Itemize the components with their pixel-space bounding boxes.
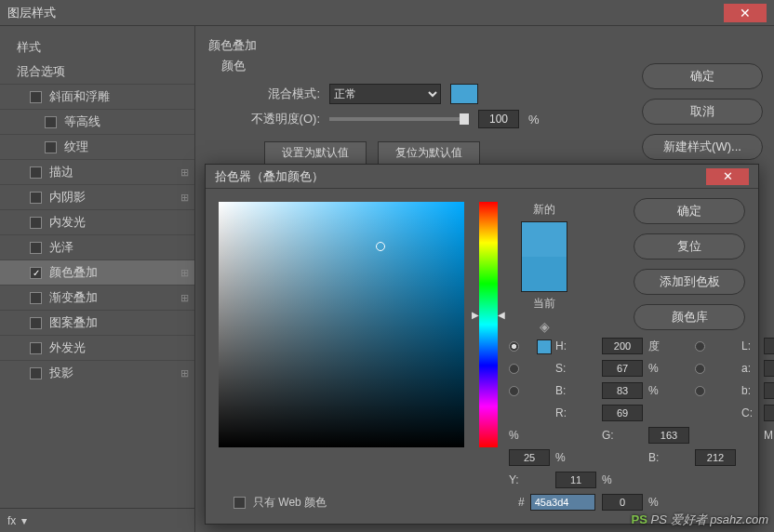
style-checkbox[interactable]	[30, 91, 42, 103]
c-input[interactable]	[764, 405, 774, 421]
style-item-光泽[interactable]: 光泽	[0, 234, 194, 259]
style-label: 斜面和浮雕	[49, 88, 110, 105]
a-radio[interactable]	[695, 364, 705, 374]
fx-bar: fx ▾	[0, 508, 195, 532]
chevron-down-icon[interactable]: ▾	[21, 514, 27, 527]
grip-icon[interactable]: ⊞	[180, 192, 189, 204]
l-input[interactable]	[764, 338, 774, 354]
style-checkbox[interactable]	[30, 217, 42, 229]
a-input[interactable]	[764, 360, 774, 377]
blend-mode-select[interactable]: 正常	[329, 84, 441, 104]
l-radio[interactable]	[695, 341, 705, 352]
hue-slider[interactable]: ▶◀	[479, 202, 498, 447]
hex-input[interactable]	[530, 494, 595, 511]
opacity-input[interactable]	[478, 110, 519, 128]
cube-icon[interactable]: ◈	[540, 319, 550, 334]
grip-icon[interactable]: ⊞	[180, 267, 189, 279]
style-label: 外发光	[49, 339, 86, 356]
k-input[interactable]	[602, 494, 643, 511]
blend-options[interactable]: 混合选项	[0, 60, 194, 84]
h-label: H:	[555, 339, 572, 352]
ok-button[interactable]: 确定	[642, 63, 763, 89]
new-style-button[interactable]: 新建样式(W)...	[642, 134, 763, 160]
web-only-checkbox[interactable]	[234, 497, 246, 509]
color-values-grid: H:度 L: S:% a: B:% b: R: C:% G: M:% B: Y:…	[509, 338, 774, 511]
style-checkbox[interactable]	[30, 192, 42, 204]
cancel-button[interactable]: 取消	[642, 99, 763, 125]
m-input[interactable]	[509, 449, 550, 466]
blue-input[interactable]	[695, 449, 736, 466]
grip-icon[interactable]: ⊞	[180, 166, 189, 179]
style-item-纹理[interactable]: 纹理	[0, 134, 194, 159]
style-checkbox[interactable]	[30, 292, 42, 304]
bb-radio[interactable]	[695, 386, 705, 396]
style-item-投影[interactable]: 投影⊞	[0, 360, 194, 385]
picker-reset-button[interactable]: 复位	[634, 233, 745, 259]
hex-row: #	[518, 494, 595, 511]
set-default-button[interactable]: 设置为默认值	[264, 141, 367, 165]
style-item-颜色叠加[interactable]: 颜色叠加⊞	[0, 259, 194, 285]
b-radio[interactable]	[509, 386, 519, 396]
dialog-title: 图层样式	[7, 5, 56, 21]
style-item-渐变叠加[interactable]: 渐变叠加⊞	[0, 285, 194, 310]
opacity-unit: %	[528, 113, 540, 126]
hue-thumb[interactable]: ▶◀	[472, 310, 505, 320]
bb-input[interactable]	[764, 382, 774, 399]
style-checkbox[interactable]	[30, 267, 42, 279]
saturation-value-field[interactable]	[219, 202, 464, 447]
overlay-color-swatch[interactable]	[450, 84, 478, 104]
style-item-图案叠加[interactable]: 图案叠加	[0, 310, 194, 335]
s-input[interactable]	[602, 360, 643, 377]
style-item-内阴影[interactable]: 内阴影⊞	[0, 184, 194, 209]
h-input[interactable]	[602, 338, 643, 354]
y-input[interactable]	[555, 472, 596, 488]
current-color-swatch[interactable]	[522, 257, 567, 291]
slider-thumb[interactable]	[460, 113, 469, 125]
watermark: PS PS 爱好者 psahz.com	[632, 512, 768, 528]
picker-title: 拾色器（叠加颜色）	[215, 168, 324, 185]
style-label: 图案叠加	[49, 314, 98, 331]
picker-buttons: 确定 复位 添加到色板 颜色库	[634, 198, 745, 330]
style-item-描边[interactable]: 描边⊞	[0, 159, 194, 184]
picker-ok-button[interactable]: 确定	[634, 198, 745, 224]
new-label: 新的	[533, 202, 555, 218]
style-checkbox[interactable]	[30, 342, 42, 354]
style-checkbox[interactable]	[30, 166, 42, 179]
color-lib-button[interactable]: 颜色库	[634, 304, 745, 330]
s-radio[interactable]	[509, 364, 519, 374]
g-input[interactable]	[648, 427, 689, 444]
style-label: 等高线	[64, 113, 100, 130]
style-item-内发光[interactable]: 内发光	[0, 209, 194, 234]
style-label: 内发光	[49, 214, 86, 231]
style-checkbox[interactable]	[30, 242, 42, 254]
title-bar: 图层样式 ✕	[0, 0, 774, 26]
h-radio[interactable]	[509, 341, 519, 352]
current-label: 当前	[533, 296, 555, 312]
grip-icon[interactable]: ⊞	[180, 292, 189, 304]
bval-input[interactable]	[602, 382, 643, 399]
section-title: 颜色叠加	[208, 37, 761, 54]
style-label: 纹理	[64, 139, 88, 155]
style-checkbox[interactable]	[30, 317, 42, 329]
r-input[interactable]	[602, 405, 643, 421]
close-button[interactable]: ✕	[724, 4, 767, 22]
style-checkbox[interactable]	[45, 116, 57, 128]
style-checkbox[interactable]	[45, 141, 57, 153]
hex-prefix: #	[518, 496, 525, 509]
style-label: 颜色叠加	[49, 264, 98, 281]
add-swatch-button[interactable]: 添加到色板	[634, 269, 745, 295]
web-only-label: 只有 Web 颜色	[253, 495, 327, 511]
grip-icon[interactable]: ⊞	[180, 367, 189, 379]
reset-default-button[interactable]: 复位为默认值	[378, 141, 480, 165]
style-item-外发光[interactable]: 外发光	[0, 335, 194, 360]
picker-close-button[interactable]: ✕	[706, 168, 749, 185]
picker-title-bar: 拾色器（叠加颜色） ✕	[206, 165, 758, 189]
style-item-等高线[interactable]: 等高线	[0, 109, 194, 134]
style-item-斜面和浮雕[interactable]: 斜面和浮雕	[0, 84, 194, 109]
sv-cursor[interactable]	[376, 242, 385, 251]
opacity-slider[interactable]	[329, 117, 469, 121]
fx-label: fx	[7, 514, 16, 527]
style-checkbox[interactable]	[30, 367, 42, 379]
style-label: 投影	[49, 365, 73, 381]
style-sidebar: 样式 混合选项 斜面和浮雕等高线纹理描边⊞内阴影⊞内发光光泽颜色叠加⊞渐变叠加⊞…	[0, 26, 195, 532]
